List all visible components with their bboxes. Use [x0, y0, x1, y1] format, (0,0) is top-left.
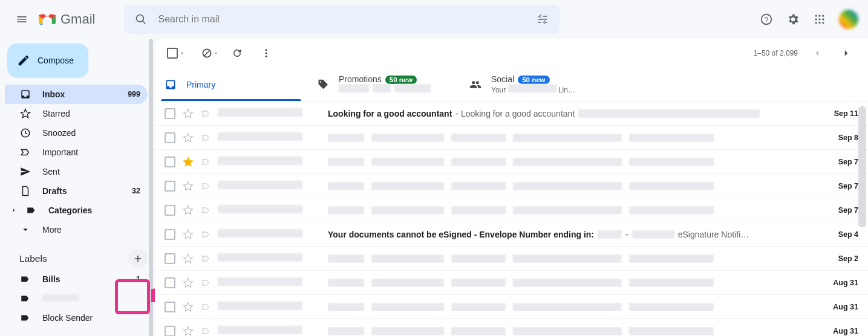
- prev-page-button[interactable]: [805, 41, 829, 65]
- category-tabs: Primary Promotions50 new Social50 new Yo…: [155, 68, 868, 102]
- date: Sep 2: [823, 254, 858, 263]
- subject: [328, 158, 816, 166]
- label-text: [42, 294, 79, 303]
- content-pane: 1–50 of 2,099 Primary Promotions50 new S…: [155, 39, 868, 336]
- labels-title: Labels: [19, 253, 47, 264]
- gmail-logo[interactable]: Gmail: [39, 11, 95, 27]
- sidebar-item-starred[interactable]: Starred: [5, 104, 148, 123]
- caret-down-icon: [213, 50, 219, 56]
- subject: [328, 303, 816, 311]
- email-row[interactable]: Sep 2: [155, 247, 868, 271]
- search-bar[interactable]: [124, 5, 560, 34]
- nav-count: 32: [132, 187, 140, 195]
- star-toggle[interactable]: [183, 132, 194, 143]
- email-row[interactable]: Aug 31: [155, 271, 868, 295]
- header-actions: ?: [754, 7, 858, 31]
- email-row[interactable]: Sep 7: [155, 150, 868, 174]
- next-page-button[interactable]: [834, 41, 858, 65]
- row-checkbox[interactable]: [165, 132, 175, 143]
- header: Gmail ?: [0, 0, 868, 39]
- row-checkbox[interactable]: [165, 253, 175, 264]
- star-toggle[interactable]: [183, 229, 194, 240]
- star-toggle[interactable]: [183, 157, 194, 167]
- main-menu-button[interactable]: [10, 7, 34, 31]
- email-row[interactable]: Sep 8: [155, 126, 868, 150]
- row-checkbox[interactable]: [165, 229, 175, 240]
- email-row[interactable]: Your documents cannot be eSigned - Envel…: [155, 222, 868, 247]
- important-toggle[interactable]: [201, 109, 210, 118]
- refresh-button[interactable]: [225, 41, 249, 65]
- important-toggle[interactable]: [201, 157, 210, 167]
- subject: [328, 279, 816, 287]
- email-row[interactable]: Aug 31: [155, 295, 868, 319]
- sent-icon: [19, 166, 31, 177]
- sidebar-item-sent[interactable]: Sent: [5, 162, 148, 181]
- more-icon: [19, 224, 31, 235]
- star-toggle[interactable]: [183, 181, 194, 192]
- important-toggle[interactable]: [201, 133, 210, 143]
- tab-social[interactable]: Social50 new Your Lin…: [460, 68, 612, 101]
- important-toggle[interactable]: [201, 205, 210, 215]
- gmail-logo-text: Gmail: [60, 11, 95, 27]
- date: Sep 7: [823, 206, 858, 215]
- nav-label: More: [42, 225, 62, 234]
- important-toggle[interactable]: [201, 181, 210, 191]
- important-toggle[interactable]: [201, 278, 210, 288]
- more-vert-icon: [261, 48, 272, 59]
- star-toggle[interactable]: [183, 205, 194, 216]
- search-options-button[interactable]: [530, 7, 555, 31]
- sender: [218, 302, 321, 312]
- star-toggle[interactable]: [183, 108, 194, 119]
- select-all-checkbox[interactable]: [165, 45, 188, 61]
- date: Sep 11: [823, 109, 858, 118]
- mark-read-button[interactable]: [200, 41, 220, 65]
- tab-promotions[interactable]: Promotions50 new: [307, 68, 460, 101]
- row-checkbox[interactable]: [165, 277, 175, 288]
- sidebar-item-snoozed[interactable]: Snoozed: [5, 123, 148, 143]
- star-toggle[interactable]: [183, 277, 194, 288]
- email-row[interactable]: Sep 7: [155, 198, 868, 222]
- sidebar-item-categories[interactable]: Categories: [5, 201, 148, 220]
- sender: [218, 253, 321, 263]
- sidebar-item-drafts[interactable]: Drafts32: [5, 181, 148, 201]
- star-toggle[interactable]: [183, 302, 194, 312]
- compose-button[interactable]: Compose: [7, 44, 88, 77]
- row-checkbox[interactable]: [165, 108, 175, 119]
- important-toggle[interactable]: [201, 230, 210, 239]
- date: Sep 7: [823, 182, 858, 190]
- clock-icon: [19, 128, 31, 138]
- row-checkbox[interactable]: [165, 157, 175, 167]
- sidebar-item-important[interactable]: Important: [5, 143, 148, 162]
- email-row[interactable]: Sep 7: [155, 174, 868, 198]
- row-checkbox[interactable]: [165, 205, 175, 216]
- sidebar-item-inbox[interactable]: Inbox999: [5, 85, 148, 104]
- important-toggle[interactable]: [201, 302, 210, 312]
- star-toggle[interactable]: [183, 253, 194, 264]
- sender: [218, 157, 321, 167]
- apps-button[interactable]: [808, 7, 832, 31]
- row-checkbox[interactable]: [165, 181, 175, 192]
- tab-primary[interactable]: Primary: [155, 68, 307, 101]
- plus-icon: [132, 253, 143, 264]
- subject: Looking for a good accountant - Looking …: [328, 109, 816, 118]
- more-button[interactable]: [254, 41, 278, 65]
- sender: [218, 181, 321, 191]
- important-toggle[interactable]: [201, 254, 210, 263]
- email-row[interactable]: Looking for a good accountant - Looking …: [155, 102, 868, 126]
- support-button[interactable]: ?: [754, 7, 778, 31]
- search-button[interactable]: [129, 7, 153, 31]
- nav-label: Starred: [42, 109, 70, 118]
- nav-label: Snoozed: [42, 128, 76, 138]
- settings-button[interactable]: [781, 7, 805, 31]
- add-label-button[interactable]: [128, 249, 148, 268]
- row-checkbox[interactable]: [165, 302, 175, 312]
- content-scrollbar[interactable]: [858, 106, 866, 227]
- email-row[interactable]: Aug 31: [155, 319, 868, 336]
- star-toggle[interactable]: [183, 326, 194, 337]
- account-avatar[interactable]: [839, 10, 858, 29]
- sidebar-item-more[interactable]: More: [5, 220, 148, 239]
- row-checkbox[interactable]: [165, 326, 175, 337]
- important-toggle[interactable]: [201, 326, 210, 336]
- search-input[interactable]: [153, 14, 530, 25]
- pencil-icon: [17, 54, 30, 67]
